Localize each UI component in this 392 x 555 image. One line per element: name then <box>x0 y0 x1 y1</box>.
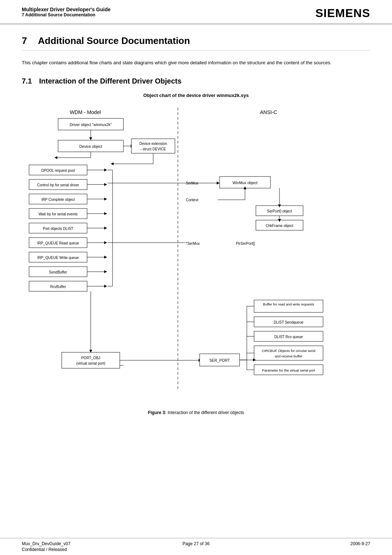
footer: Mux_Drv_DevGuide_v07 Confidential / Rele… <box>0 538 392 555</box>
brand-logo: SIEMENS <box>315 7 370 20</box>
wdm-label: WDM - Model <box>70 109 101 115</box>
svg-marker-11 <box>54 156 57 159</box>
footer-center: Page 27 of 36 <box>138 541 254 552</box>
svg-marker-42 <box>104 256 107 259</box>
doc-title: Multiplexer Driver Developer's Guide <box>22 7 111 12</box>
diagram-title: Object chart of the device driver winmux… <box>22 93 370 98</box>
svg-text:Port objects DLIST: Port objects DLIST <box>43 227 73 231</box>
svg-text:Context: Context <box>186 198 199 202</box>
section-title-text: Interaction of the Different Driver Obje… <box>39 77 181 85</box>
svg-text:CIRCBUF Objects for circular s: CIRCBUF Objects for circular send <box>262 349 315 353</box>
figure-label: Figure 3: <box>148 410 167 415</box>
svg-text:IRP_QUEUE Write queue: IRP_QUEUE Write queue <box>37 256 79 260</box>
footer-right: 2006-9-27 <box>254 541 370 552</box>
main-content: 7Additional Source Documentation This ch… <box>0 24 392 538</box>
svg-marker-30 <box>104 212 107 215</box>
svg-marker-50 <box>104 285 107 288</box>
svg-marker-18 <box>104 169 107 171</box>
svg-text:Device object: Device object <box>79 144 102 149</box>
svg-text:DPOOL request pool: DPOOL request pool <box>41 169 75 173</box>
svg-text:Control Irp for serial driver: Control Irp for serial driver <box>37 183 79 187</box>
svg-text:Driver object "winmux2k": Driver object "winmux2k" <box>70 122 112 127</box>
footer-left: Mux_Drv_DevGuide_v07 Confidential / Rele… <box>22 541 138 552</box>
svg-text:(virtual serial port): (virtual serial port) <box>76 361 105 365</box>
svg-text:DLIST Sendqueue: DLIST Sendqueue <box>274 320 304 324</box>
svg-marker-105 <box>111 162 114 165</box>
svg-marker-4 <box>89 137 92 140</box>
svg-text:and receive buffer: and receive buffer <box>275 354 302 358</box>
svg-rect-12 <box>131 139 175 153</box>
page: Multiplexer Driver Developer's Guide 7 A… <box>0 0 392 555</box>
footer-date: 2006-9-27 <box>350 541 370 546</box>
ansi-label: ANSI-C <box>260 109 277 115</box>
svg-text:DLIST Rcv queue: DLIST Rcv queue <box>274 335 303 339</box>
figure-caption: Figure 3: Interaction of the different d… <box>22 410 370 415</box>
intro-paragraph: This chapter contains additional flow ch… <box>22 59 370 67</box>
svg-text:PtrSerPort[]: PtrSerPort[] <box>236 242 255 246</box>
svg-marker-22 <box>104 183 107 186</box>
svg-text:SER_PORT: SER_PORT <box>209 358 230 362</box>
diagram-container: WDM - Model ANSI-C Driver object "winmux… <box>22 104 370 403</box>
chapter-title-text: Additional Source Documentation <box>38 35 190 46</box>
footer-page: Page 27 of 36 <box>183 541 210 546</box>
section-number: 7.1 <box>22 77 32 85</box>
chapter-title: 7Additional Source Documentation <box>22 35 370 50</box>
svg-text:Wait Irp for serial events: Wait Irp for serial events <box>38 212 77 216</box>
section-title: 7.1Interaction of the Different Driver O… <box>22 77 370 85</box>
header-left: Multiplexer Driver Developer's Guide 7 A… <box>22 7 111 17</box>
svg-text:RcvBuffer: RcvBuffer <box>50 285 66 289</box>
svg-marker-34 <box>104 227 107 230</box>
chapter-number: 7 <box>22 35 27 46</box>
svg-text:WinMux object: WinMux object <box>233 181 258 185</box>
figure-caption-text: Interaction of the different driver obje… <box>168 410 244 415</box>
svg-marker-38 <box>104 241 107 244</box>
diagram-svg: WDM - Model ANSI-C Driver object "winmux… <box>22 104 370 402</box>
svg-text:SendBuffer: SendBuffer <box>49 270 68 274</box>
header: Multiplexer Driver Developer's Guide 7 A… <box>0 0 392 24</box>
svg-text:ChkFrame object: ChkFrame object <box>266 224 293 228</box>
svg-text:*SerMux: *SerMux <box>186 242 200 246</box>
svg-rect-53 <box>62 352 120 368</box>
header-right: SIEMENS <box>315 7 370 20</box>
svg-text:SerPort0 object: SerPort0 object <box>267 209 292 213</box>
footer-doc-name: Mux_Drv_DevGuide_v07 <box>22 541 138 546</box>
doc-subtitle: 7 Additional Source Documentation <box>22 12 111 17</box>
svg-rect-84 <box>254 346 323 360</box>
svg-marker-46 <box>104 270 107 273</box>
svg-marker-61 <box>217 182 220 185</box>
svg-marker-26 <box>104 198 107 200</box>
svg-text:Buffer for read and write requ: Buffer for read and write requests <box>263 302 314 306</box>
svg-text:PORT_OBJ: PORT_OBJ <box>81 356 101 360</box>
svg-text:Device extension: Device extension <box>139 142 167 146</box>
footer-status: Confidential / Released <box>22 547 138 552</box>
svg-text:IRP_QUEUE Read queue: IRP_QUEUE Read queue <box>37 241 79 245</box>
svg-text:Parameter for the virtual seri: Parameter for the virtual serial port <box>262 368 315 372</box>
svg-text:- struct DEVICE: - struct DEVICE <box>140 147 166 151</box>
svg-text:IRP Complete object: IRP Complete object <box>41 198 75 202</box>
